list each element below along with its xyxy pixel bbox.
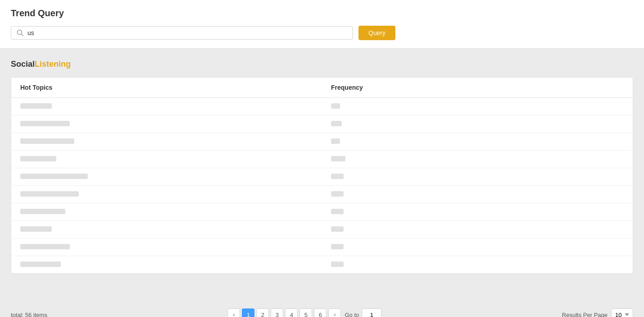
svg-point-0 [18,30,22,35]
cell-topic [11,186,322,203]
cell-topic [11,256,322,274]
cell-frequency [322,151,633,168]
cell-topic [11,133,322,151]
search-row: Query [11,26,633,40]
search-input[interactable] [27,29,347,37]
table-row [11,256,633,274]
section-title-social: Social [11,60,35,69]
total-items-label: total: 56 items [11,312,47,317]
cell-topic [11,98,322,115]
section-title-listening: Listening [35,60,71,69]
page-title: Trend Query [11,8,633,18]
cell-topic [11,115,322,133]
pagination-page-2[interactable]: 2 [256,308,269,317]
goto-label: Go to [345,312,359,317]
results-per-page-label: Results Per Page [562,312,608,317]
cell-topic [11,221,322,239]
data-table: Hot Topics Frequency [11,78,633,273]
cell-frequency [322,98,633,115]
pagination-page-1[interactable]: 1 [242,308,254,317]
table-row [11,168,633,186]
table-row [11,186,633,203]
pagination-prev[interactable]: ‹ [227,308,240,317]
cell-frequency [322,203,633,221]
pagination-page-5[interactable]: 5 [299,308,312,317]
pagination-page-3[interactable]: 3 [271,308,283,317]
goto-section: Go to [345,308,381,317]
search-wrapper [11,26,353,40]
cell-frequency [322,239,633,256]
cell-topic [11,203,322,221]
pagination-next[interactable]: › [328,308,341,317]
goto-input[interactable] [362,308,381,317]
col-hot-topics: Hot Topics [11,78,322,98]
pagination-page-4[interactable]: 4 [285,308,298,317]
cell-frequency [322,115,633,133]
cell-topic [11,239,322,256]
table-row [11,98,633,115]
table-body [11,98,633,274]
cell-frequency [322,186,633,203]
query-button[interactable]: Query [358,26,395,40]
table-row [11,115,633,133]
table-row [11,221,633,239]
table-row [11,151,633,168]
table-container: Hot Topics Frequency [11,77,633,274]
results-per-page-section: Results Per Page 10 20 50 [562,308,633,317]
svg-line-1 [22,34,24,37]
cell-topic [11,168,322,186]
table-row [11,133,633,151]
content-section: SocialListening Hot Topics Frequency [0,49,644,301]
results-per-page-select[interactable]: 10 20 50 [611,308,633,317]
table-header: Hot Topics Frequency [11,78,633,98]
search-icon [17,29,24,37]
table-row [11,203,633,221]
cell-topic [11,151,322,168]
pagination: ‹ 1 2 3 4 5 6 › [227,308,341,317]
header: Trend Query Query [0,0,644,49]
cell-frequency [322,168,633,186]
cell-frequency [322,133,633,151]
cell-frequency [322,256,633,274]
col-frequency: Frequency [322,78,633,98]
cell-frequency [322,221,633,239]
pagination-page-6[interactable]: 6 [314,308,327,317]
section-title-row: SocialListening [11,60,633,69]
table-row [11,239,633,256]
footer: total: 56 items ‹ 1 2 3 4 5 6 › Go to Re… [0,301,644,317]
